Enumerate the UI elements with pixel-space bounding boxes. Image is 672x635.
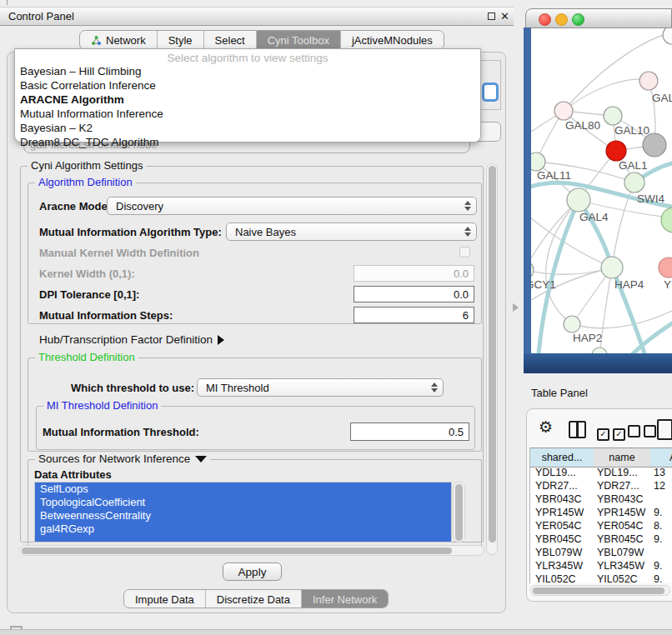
attribute-item-partial[interactable] <box>35 536 451 542</box>
node-table[interactable]: shared...nameA YDL19...YDL19...13YDR27..… <box>529 448 672 583</box>
mi-threshold-field[interactable]: 0.5 <box>350 422 469 441</box>
table-cell: YBL079W <box>535 546 582 559</box>
column-header-shared-[interactable]: shared... <box>530 448 594 468</box>
data-attributes-list[interactable]: SelfLoopsTopologicalCoefficientBetweenne… <box>34 482 452 542</box>
network-window-titlebar[interactable] <box>525 8 672 28</box>
aracne-mode-label: Aracne Mode: <box>39 200 111 212</box>
manual-kernel-label: Manual Kernel Width Definition <box>39 247 199 259</box>
table-row[interactable]: YLR345WYLR345W9. <box>530 559 672 572</box>
algorithm-dropdown[interactable]: Select algorithm to view settings Bayesi… <box>14 48 481 142</box>
network-edge[interactable] <box>531 218 612 268</box>
divider-arrow-icon[interactable] <box>513 303 519 312</box>
manual-kernel-checkbox[interactable] <box>459 247 470 258</box>
network-frame-bottom <box>524 353 672 373</box>
table-row[interactable]: YBR045CYBR045C9. <box>530 532 672 546</box>
table-row[interactable]: YDL19...YDL19...13 <box>530 466 672 479</box>
table-row[interactable]: YDR27...YDR27...12 <box>530 479 672 492</box>
node-hap4[interactable] <box>601 257 623 278</box>
sources-title: Sources for Network Inference <box>38 452 190 465</box>
node-gray[interactable] <box>643 133 666 157</box>
node-gal4[interactable] <box>567 188 590 212</box>
table-cell: YDL19... <box>535 466 576 479</box>
kernel-width-field[interactable]: 0.0 <box>354 265 474 282</box>
float-icon[interactable] <box>488 12 495 20</box>
node-green-right[interactable] <box>661 208 672 232</box>
node-gal10[interactable] <box>604 107 622 125</box>
dropdown-item[interactable]: Dream8 DC_TDC Algorithm <box>15 135 480 149</box>
attribute-item[interactable]: TopologicalCoefficient <box>35 496 451 509</box>
attribute-item[interactable]: SelfLoops <box>35 482 451 496</box>
hub-definition-toggle[interactable]: Hub/Transcription Factor Definition <box>39 333 224 346</box>
cyni-algorithm-settings-title: Cyni Algorithm Settings <box>28 159 146 172</box>
minimize-traffic-icon[interactable] <box>555 13 568 26</box>
table-row[interactable]: YBL079WYBL079W <box>530 546 672 559</box>
dpi-tolerance-label: DPI Tolerance [0,1]: <box>39 288 139 301</box>
tab-jactivemnodules[interactable]: jActiveMNodules <box>341 31 444 49</box>
table-row[interactable]: YER054CYER054C8. <box>530 519 672 532</box>
tab-cyni-toolbox[interactable]: Cyni Toolbox <box>257 31 341 49</box>
node-swi4[interactable] <box>624 172 644 192</box>
node-gal11[interactable] <box>531 152 545 171</box>
sources-title-toggle[interactable]: Sources for Network Inference <box>35 452 210 465</box>
attributes-scrollbar[interactable] <box>453 482 465 542</box>
attribute-item[interactable]: BetweennessCentrality <box>35 509 451 522</box>
checked-pair-icon[interactable]: ✓✓ <box>597 425 629 441</box>
attribute-item[interactable]: gal4RGexp <box>35 522 451 536</box>
close-traffic-icon[interactable] <box>539 13 551 26</box>
tab-style[interactable]: Style <box>158 31 204 49</box>
table-cell: 8. <box>654 519 662 532</box>
obscured-focused-spinner[interactable] <box>482 82 499 102</box>
dropdown-item[interactable]: Mutual Information Inference <box>15 107 480 121</box>
dropdown-item[interactable]: ARACNE Algorithm <box>15 92 480 107</box>
node-hap2[interactable] <box>564 316 580 332</box>
close-icon[interactable]: ✕ <box>500 10 509 22</box>
dpi-tolerance-field[interactable]: 0.0 <box>354 286 474 302</box>
network-edge[interactable] <box>546 200 579 324</box>
gear-icon[interactable]: ⚙ <box>539 418 553 436</box>
settings-horizontal-scrollbar[interactable] <box>19 545 484 556</box>
cyni-bottom-tabbar: Impute DataDiscretize DataInfer Network <box>123 589 389 608</box>
settings-vertical-scrollbar[interactable] <box>486 163 498 555</box>
node-bottom-clipped[interactable] <box>592 348 607 353</box>
tab-network[interactable]: Network <box>80 31 158 49</box>
mi-steps-field[interactable]: 6 <box>354 307 474 323</box>
table-row[interactable]: YPR145WYPR145W9. <box>530 506 672 519</box>
mi-type-combo[interactable]: Naive Bayes <box>226 222 477 241</box>
aracne-mode-combo[interactable]: Discovery <box>107 197 477 215</box>
table-row[interactable]: YBR043CYBR043C <box>530 492 672 506</box>
node-salmon[interactable] <box>659 258 672 278</box>
node-gal80[interactable] <box>554 102 573 120</box>
tab-label: jActiveMNodules <box>352 34 433 47</box>
unchecked-pair-icon[interactable] <box>628 425 659 441</box>
column-header-a[interactable]: A <box>650 448 672 468</box>
node-gal-clipped[interactable] <box>639 72 658 90</box>
mi-threshold-definition-title: MI Threshold Definition <box>43 399 161 412</box>
columns-icon[interactable] <box>569 421 586 438</box>
node-gal1[interactable] <box>606 141 626 161</box>
table-horizontal-scrollbar[interactable] <box>530 585 670 596</box>
table-cell: YDR27... <box>535 479 578 492</box>
table-row[interactable]: YIL052CYIL052C9. <box>530 572 672 583</box>
dropdown-item[interactable]: Basic Correlation Inference <box>15 78 480 92</box>
dropdown-item[interactable]: Bayesian – K2 <box>15 121 480 135</box>
network-canvas[interactable]: GALGAL80GAL10GAL1GAL11SWI4GAL4GCY1HAP4YH… <box>531 28 672 353</box>
table-cell: YLR345W <box>597 559 644 572</box>
tab-select[interactable]: Select <box>204 31 257 49</box>
kernel-width-value: 0.0 <box>454 268 469 280</box>
zoom-traffic-icon[interactable] <box>572 13 584 26</box>
which-threshold-combo[interactable]: MI Threshold <box>197 378 444 397</box>
apply-button[interactable]: Apply <box>223 562 282 581</box>
tab-infer-network[interactable]: Infer Network <box>302 590 388 608</box>
column-header-name[interactable]: name <box>594 448 651 468</box>
node-top-clipped[interactable] <box>663 28 672 44</box>
dropdown-item[interactable]: Bayesian – Hill Climbing <box>15 64 480 78</box>
network-edge[interactable] <box>564 79 649 111</box>
network-edge[interactable] <box>572 311 672 328</box>
tab-impute-data[interactable]: Impute Data <box>124 590 206 608</box>
mi-type-value: Naive Bayes <box>235 226 296 238</box>
table-cell: 9. <box>654 506 662 519</box>
table-cell: 9. <box>654 572 662 583</box>
document-icon[interactable] <box>657 419 672 440</box>
node-gcy1[interactable] <box>531 261 534 279</box>
tab-discretize-data[interactable]: Discretize Data <box>206 590 302 608</box>
